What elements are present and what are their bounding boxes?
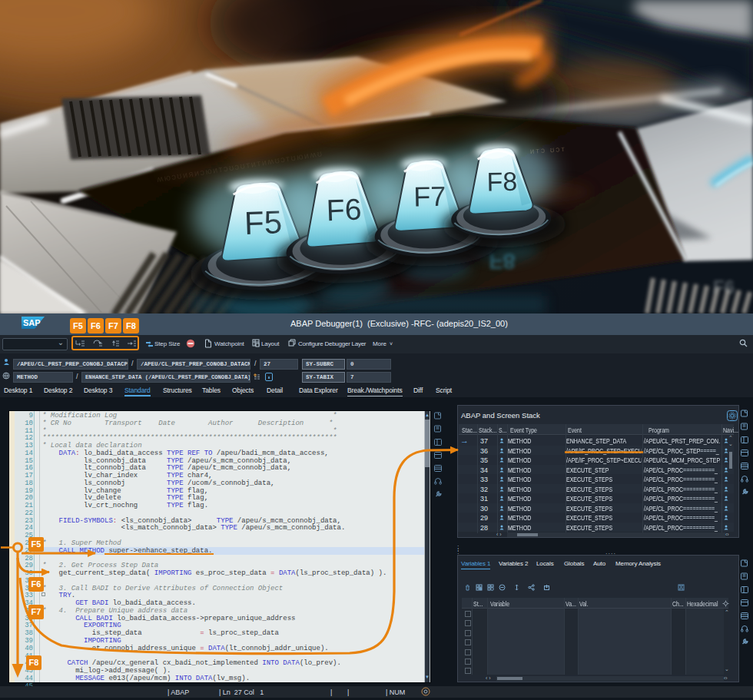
svg-text:F5: F5 bbox=[244, 204, 283, 241]
svg-text:F8: F8 bbox=[486, 167, 517, 197]
svg-text:F6: F6 bbox=[326, 193, 362, 227]
svg-text:SAP: SAP bbox=[23, 318, 41, 327]
svg-text:F7: F7 bbox=[413, 181, 446, 213]
svg-text:F6: F6 bbox=[713, 277, 735, 297]
svg-text:F8: F8 bbox=[489, 249, 516, 274]
